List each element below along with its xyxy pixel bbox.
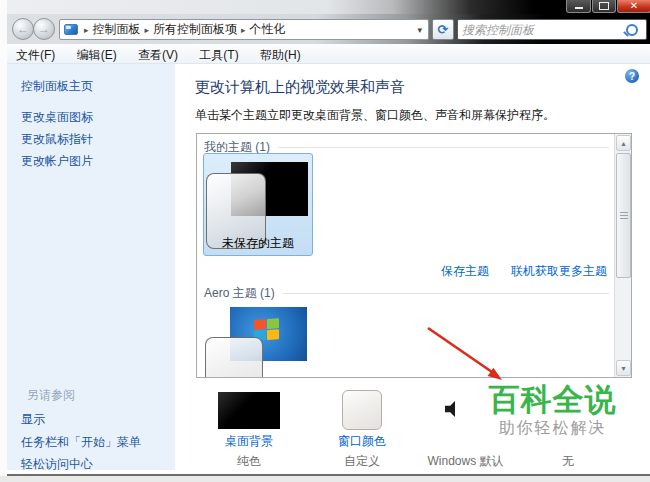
menu-file[interactable]: 文件(F): [7, 44, 64, 64]
menu-edit[interactable]: 编辑(E): [68, 44, 126, 64]
menu-bar: 文件(F) 编辑(E) 查看(V) 工具(T) 帮助(H): [7, 44, 650, 64]
navigation-toolbar: ← → ▸ 控制面板 ▸ 所有控制面板项 ▸ 个性化 ▾ ⟳: [7, 14, 650, 44]
window-color-value: 自定义: [334, 453, 390, 470]
sidebar-item-display[interactable]: 显示: [21, 411, 45, 428]
forward-button[interactable]: →: [33, 18, 55, 40]
sidebar: 控制面板主页 更改桌面图标 更改鼠标指针 更改帐户图片 另请参阅 显示 任务栏和…: [7, 64, 175, 470]
theme-tile-unsaved[interactable]: 未保存的主题: [203, 153, 313, 256]
desktop-background-swatch[interactable]: [218, 392, 280, 429]
refresh-icon: ⟳: [438, 22, 449, 37]
theme-tile-label: 未保存的主题: [204, 235, 312, 252]
scroll-down-button[interactable]: ▼: [616, 360, 631, 376]
back-button[interactable]: ←: [12, 18, 34, 40]
watermark-title: 百科全说: [455, 383, 650, 417]
title-bar: ✕: [7, 0, 650, 14]
scrollbar-grip-icon: [620, 212, 628, 220]
maximize-icon: [599, 2, 609, 10]
divider: [283, 293, 609, 294]
search-box: [457, 19, 647, 40]
scroll-up-icon: ▲: [620, 140, 627, 147]
maximize-button[interactable]: [592, 0, 616, 13]
minimize-button[interactable]: [566, 0, 591, 13]
window-color-link[interactable]: 窗口颜色: [334, 433, 390, 450]
address-dropdown-icon[interactable]: ▾: [415, 25, 424, 35]
window-color-swatch[interactable]: [342, 390, 382, 430]
theme-list-scrollbar[interactable]: ▲ ▼: [614, 134, 631, 377]
desktop-background-link[interactable]: 桌面背景: [218, 433, 280, 450]
breadcrumb-control-panel[interactable]: 控制面板: [93, 21, 141, 38]
breadcrumb-separator-icon: ▸: [237, 25, 250, 35]
personalization-icon: [64, 24, 78, 35]
search-input[interactable]: [458, 23, 626, 37]
menu-tools[interactable]: 工具(T): [190, 44, 247, 64]
scrollbar-thumb[interactable]: [616, 153, 631, 278]
theme-links-row: 保存主题 联机获取更多主题: [441, 263, 607, 280]
menu-help[interactable]: 帮助(H): [251, 44, 310, 64]
menu-view[interactable]: 查看(V): [129, 44, 187, 64]
get-more-themes-link[interactable]: 联机获取更多主题: [511, 263, 607, 280]
desktop-background-value: 纯色: [218, 453, 280, 470]
close-icon: ✕: [630, 1, 638, 11]
breadcrumb-personalization[interactable]: 个性化: [250, 21, 286, 38]
sounds-value: Windows 默认: [423, 453, 508, 470]
theme-tile-aero[interactable]: [203, 299, 313, 378]
watermark: 百科全说 助你轻松解决: [455, 383, 650, 445]
breadcrumb-separator-icon: ▸: [80, 25, 93, 35]
refresh-button[interactable]: ⟳: [432, 19, 454, 40]
breadcrumb-all-items[interactable]: 所有控制面板项: [153, 21, 237, 38]
theme-window-glass-thumb: [205, 337, 263, 378]
page-subtitle: 单击某个主题立即更改桌面背景、窗口颜色、声音和屏幕保护程序。: [195, 107, 555, 124]
page-title: 更改计算机上的视觉效果和声音: [195, 78, 405, 97]
screensaver-value: 无: [553, 453, 583, 470]
watermark-subtitle: 助你轻松解决: [455, 417, 650, 439]
save-theme-link[interactable]: 保存主题: [441, 263, 489, 280]
scroll-up-button[interactable]: ▲: [616, 135, 631, 151]
close-button[interactable]: ✕: [617, 0, 650, 13]
sidebar-item-account-picture[interactable]: 更改帐户图片: [21, 153, 93, 170]
sidebar-see-also-header: 另请参阅: [27, 387, 75, 404]
sidebar-item-ease-of-access[interactable]: 轻松访问中心: [21, 456, 93, 473]
theme-list: 我的主题 (1) 未保存的主题 保存主题 联机获取更多主题 Aero 主题 (1…: [196, 133, 632, 378]
help-icon[interactable]: ?: [625, 69, 639, 83]
sidebar-item-mouse-pointers[interactable]: 更改鼠标指针: [21, 131, 93, 148]
breadcrumb-separator-icon: ▸: [141, 25, 154, 35]
forward-icon: →: [38, 22, 50, 36]
sidebar-item-taskbar-startmenu[interactable]: 任务栏和「开始」菜单: [21, 434, 141, 451]
back-icon: ←: [17, 22, 29, 36]
sidebar-item-home[interactable]: 控制面板主页: [21, 78, 93, 95]
minimize-icon: [575, 7, 583, 9]
scroll-down-icon: ▼: [620, 365, 627, 372]
search-icon[interactable]: [626, 24, 638, 36]
sidebar-item-desktop-icons[interactable]: 更改桌面图标: [21, 109, 93, 126]
address-bar[interactable]: ▸ 控制面板 ▸ 所有控制面板项 ▸ 个性化 ▾: [59, 19, 429, 40]
divider: [278, 147, 609, 148]
